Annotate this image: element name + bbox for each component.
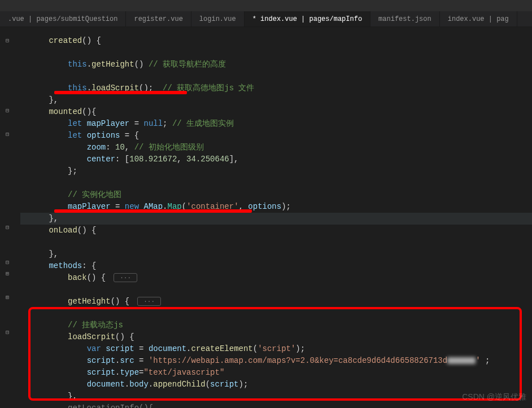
fold-icon[interactable]: ⊟ [0,35,15,47]
tab-manifest[interactable]: manifest.json [370,11,440,27]
fold-icon[interactable]: ⊟ [0,222,15,234]
tab-login[interactable]: login.vue [191,11,245,27]
watermark: CSDN @逆风优雅 [462,392,526,402]
fold-badge[interactable]: ··· [114,273,137,282]
tab-index-pag[interactable]: index.vue | pag [440,11,517,27]
header-bar [0,0,532,11]
fold-icon[interactable]: ⊟ [0,256,15,268]
fold-icon[interactable]: ⊟ [0,128,15,140]
fold-icon[interactable]: ⊟ [0,105,15,117]
fold-icon[interactable]: ⊞ [0,268,15,280]
fold-badge[interactable]: ··· [137,297,161,306]
tab-index-mapinfo[interactable]: * index.vue | pages/mapInfo [245,11,370,27]
fold-gutter: ⊟ ⊟ ⊟ ⊟ ⊟ ⊞ ⊞ ⊟ [0,27,15,408]
code-editor[interactable]: ⊟ ⊟ ⊟ ⊟ ⊟ ⊞ ⊞ ⊟ created() { [0,27,532,408]
fold-icon[interactable]: ⊟ [0,326,15,338]
annotation-underline-1 [54,91,187,94]
annotation-underline-2 [54,209,252,213]
fold-icon[interactable]: ⊞ [0,291,15,303]
tab-register[interactable]: register.vue [126,11,191,27]
redacted-text [447,357,476,364]
tab-submit-question[interactable]: .vue | pages/submitQuestion [0,11,126,27]
code-area[interactable]: created() { this.getHeight() // 获取导航栏的高度… [15,27,532,408]
tab-bar: .vue | pages/submitQuestion register.vue… [0,11,532,27]
